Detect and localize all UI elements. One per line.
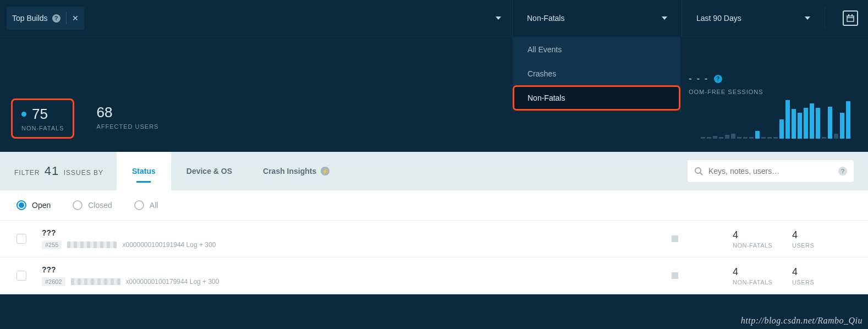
tab-status-label: Status [132, 167, 156, 176]
oom-label: OOM-FREE SESSIONS [689, 89, 854, 95]
redacted-text [67, 242, 117, 248]
radio-all[interactable]: All [134, 200, 158, 210]
lightning-icon: ⚡ [321, 167, 329, 176]
spark-bar [761, 137, 766, 139]
event-type-menu: All Events Crashes Non-Fatals [512, 36, 681, 111]
builds-filter-chip[interactable]: Top Builds ? ✕ [7, 7, 84, 30]
issue-detail: x0000000100191944 Log + 300 [122, 241, 216, 249]
oom-free-sessions-stat: - - -? OOM-FREE SESSIONS [689, 63, 854, 95]
issue-main: ??? #2602 x0000000100179944 Log + 300 [42, 265, 617, 286]
dropdown-item-all-events[interactable]: All Events [513, 37, 680, 62]
calendar-icon[interactable] [843, 10, 858, 26]
sparkline-chart [701, 100, 854, 139]
spark-bar [755, 131, 760, 139]
chevron-down-icon [805, 17, 810, 20]
issue-main: ??? #255 x0000000100191944 Log + 300 [42, 228, 617, 249]
affected-users-label: AFFECTED USERS [96, 123, 158, 130]
affected-users-stat: 68 AFFECTED USERS [87, 98, 167, 139]
nonfatals-stat: 75 NON-FATALS [11, 98, 74, 139]
help-icon[interactable]: ? [52, 14, 61, 23]
redacted-text [71, 278, 120, 285]
spark-bar [810, 103, 814, 139]
issue-row[interactable]: ??? #2602 x0000000100179944 Log + 300 4 … [0, 257, 868, 294]
spark-bar [725, 135, 729, 139]
search-icon [694, 167, 703, 176]
chevron-down-icon [662, 17, 667, 20]
svg-rect-0 [847, 16, 854, 21]
tab-crash-insights[interactable]: Crash Insights⚡ [248, 152, 345, 190]
spark-bar [707, 137, 711, 139]
tab-device-label: Device & OS [186, 167, 232, 176]
issue-nonfatals-value: 4 [733, 229, 792, 241]
radio-icon [73, 200, 83, 210]
issue-nonfatals-col: 4 NON-FATALS [733, 229, 792, 249]
spark-bar [731, 134, 735, 139]
tab-insights-label: Crash Insights [263, 167, 316, 176]
issue-row[interactable]: ??? #255 x0000000100191944 Log + 300 4 N… [0, 221, 868, 257]
checkbox[interactable] [17, 234, 26, 244]
spark-bar [840, 113, 844, 139]
event-type-value: Non-Fatals [527, 14, 564, 23]
svg-line-5 [700, 173, 702, 175]
dot-icon [21, 112, 26, 117]
issue-users-col: 4 USERS [792, 266, 851, 286]
filter-count-text: FILTER 41 ISSUES BY [14, 164, 103, 178]
filter-suffix: ISSUES BY [64, 169, 103, 177]
radio-icon [17, 200, 26, 210]
help-icon[interactable]: ? [714, 75, 722, 83]
spark-bar [846, 101, 850, 139]
filter-prefix: FILTER [14, 169, 40, 177]
radio-open-label: Open [32, 201, 51, 210]
filter-count: 41 [42, 164, 61, 178]
svg-rect-3 [851, 14, 853, 17]
nonfatals-value: 75 [32, 106, 48, 123]
spark-bar [828, 107, 832, 139]
event-type-dropdown[interactable]: Non-Fatals All Events Crashes Non-Fatals [512, 0, 682, 36]
close-icon[interactable]: ✕ [72, 14, 79, 23]
date-range-value: Last 90 Days [696, 14, 741, 23]
status-filter-row: Open Closed All [0, 190, 868, 221]
radio-closed[interactable]: Closed [73, 200, 112, 210]
spark-bar [798, 113, 802, 139]
radio-icon [134, 200, 144, 210]
issue-users-value: 4 [792, 266, 851, 278]
spark-bar [713, 136, 717, 139]
tab-status[interactable]: Status [117, 152, 171, 190]
issue-users-label: USERS [792, 279, 851, 286]
spark-bar [749, 137, 754, 139]
radio-open[interactable]: Open [17, 200, 51, 210]
dropdown-item-crashes[interactable]: Crashes [513, 62, 680, 86]
builds-filter-label: Top Builds [12, 14, 48, 23]
spark-bar [779, 119, 784, 139]
tab-device-os[interactable]: Device & OS [171, 152, 248, 190]
divider [66, 12, 67, 24]
issue-title: ??? [42, 228, 617, 237]
issues-section: FILTER 41 ISSUES BY Status Device & OS C… [0, 152, 868, 294]
checkbox[interactable] [17, 271, 26, 281]
svg-point-4 [695, 168, 701, 173]
chevron-down-icon[interactable] [496, 17, 501, 20]
search-input[interactable] [708, 167, 833, 176]
spark-bar [785, 100, 790, 139]
spark-bar [804, 108, 808, 139]
issue-users-label: USERS [792, 242, 851, 249]
spark-bar [719, 137, 723, 139]
svg-rect-2 [848, 14, 849, 17]
affected-users-value: 68 [96, 104, 112, 121]
spark-bar [701, 137, 705, 139]
issue-sparkline [617, 272, 733, 279]
issue-nonfatals-value: 4 [733, 266, 792, 278]
spark-bar [816, 108, 820, 139]
issue-tag: #2602 [42, 277, 65, 286]
issue-nonfatals-col: 4 NON-FATALS [733, 266, 792, 286]
issue-nonfatals-label: NON-FATALS [733, 242, 792, 249]
radio-closed-label: Closed [88, 201, 112, 210]
radio-all-label: All [150, 201, 158, 210]
search-box[interactable]: ? [688, 160, 854, 182]
dropdown-item-non-fatals[interactable]: Non-Fatals [513, 86, 680, 110]
help-icon[interactable]: ? [838, 167, 847, 176]
spark-bar [773, 137, 778, 139]
spark-bar [743, 137, 748, 139]
date-range-dropdown[interactable]: Last 90 Days [682, 0, 825, 36]
spark-bar [834, 134, 838, 139]
